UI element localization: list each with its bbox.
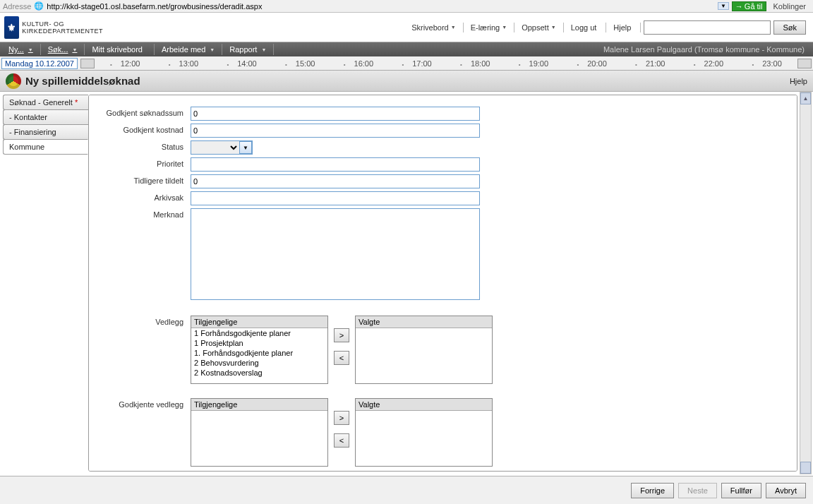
menu-oppsett[interactable]: Oppsett bbox=[517, 22, 560, 33]
move-left-button[interactable]: < bbox=[334, 433, 349, 448]
label-godkjent-soknadssum: Godkjent søknadssum bbox=[106, 107, 191, 117]
timeline-hour: 23:00 bbox=[737, 59, 796, 68]
separator bbox=[463, 23, 464, 32]
timeline-hour: 22:00 bbox=[680, 59, 738, 68]
label-tidligere-tildelt: Tidligere tildelt bbox=[106, 174, 191, 185]
timeline-hour: 19:00 bbox=[505, 59, 563, 68]
list-item[interactable]: 2 Behovsvurdering bbox=[191, 358, 327, 368]
list-item[interactable]: 1 Prosjektplan bbox=[191, 338, 327, 348]
links-label[interactable]: Koblinger bbox=[769, 2, 810, 11]
tab-kontakter[interactable]: - Kontakter bbox=[3, 109, 88, 125]
toolbar-rapport[interactable]: Rapport bbox=[224, 42, 272, 56]
label-status: Status bbox=[106, 140, 191, 151]
main-toolbar: Ny... Søk... Mitt skrivebord Arbeide med… bbox=[0, 42, 813, 56]
list-item[interactable]: 1 Forhåndsgodkjente planer bbox=[191, 328, 327, 338]
listbox-header: Valgte bbox=[356, 399, 492, 411]
go-button[interactable]: → Gå til bbox=[732, 1, 766, 11]
toolbar-ny[interactable]: Ny... bbox=[3, 42, 39, 56]
form-panel: Godkjent søknadssum Godkjent kostnad Sta… bbox=[88, 95, 797, 472]
label-arkivsak: Arkivsak bbox=[106, 191, 191, 202]
timeline-hour: 21:00 bbox=[621, 59, 680, 68]
timeline-hour: 20:00 bbox=[562, 59, 621, 68]
timeline-hour: 14:00 bbox=[212, 59, 271, 68]
list-item[interactable]: 2 Kostnadsoverslag bbox=[191, 368, 327, 378]
timeline-hour: 12:00 bbox=[96, 59, 155, 68]
timeline-date[interactable]: Mandag 10.12.2007 bbox=[1, 58, 78, 69]
cancel-button[interactable]: Avbryt bbox=[766, 483, 806, 498]
scroll-up-icon[interactable]: ▲ bbox=[800, 92, 811, 104]
godkjente-selected-listbox[interactable]: Valgte bbox=[355, 398, 493, 467]
required-marker: * bbox=[75, 98, 78, 107]
page-title-bar: Ny spillemiddelsøknad Hjelp bbox=[0, 71, 813, 92]
timeline-scroll-right[interactable] bbox=[797, 59, 812, 68]
timeline-scroll-left[interactable] bbox=[80, 59, 95, 68]
dropdown-icon[interactable]: ▼ bbox=[718, 2, 729, 10]
browser-address-bar: Adresse 🌐 ▼ → Gå til Koblinger bbox=[0, 0, 813, 13]
page-icon bbox=[6, 73, 21, 89]
address-label: Adresse bbox=[3, 2, 31, 11]
move-right-button[interactable]: > bbox=[334, 328, 349, 342]
tab-kommune[interactable]: Kommune bbox=[3, 139, 88, 155]
side-nav: Søknad - Generelt * - Kontakter - Finans… bbox=[0, 92, 88, 474]
search-button[interactable]: Søk bbox=[773, 20, 806, 35]
label-vedlegg: Vedlegg bbox=[106, 316, 191, 326]
separator bbox=[563, 23, 564, 32]
ie-icon: 🌐 bbox=[34, 1, 44, 11]
logo: ⚜ Kultur- og Kirkedepartementet bbox=[4, 16, 117, 39]
prev-button[interactable]: Forrige bbox=[631, 483, 674, 498]
finish-button[interactable]: Fullfør bbox=[721, 483, 761, 498]
timeline-hour: 15:00 bbox=[271, 59, 330, 68]
listbox-header: Tilgjengelige bbox=[191, 399, 327, 411]
input-godkjent-kostnad[interactable] bbox=[191, 124, 480, 138]
menu-loggut[interactable]: Logg ut bbox=[567, 22, 603, 33]
timeline-hour: 18:00 bbox=[446, 59, 505, 68]
page-help-link[interactable]: Hjelp bbox=[790, 77, 807, 85]
separator bbox=[514, 23, 514, 32]
address-input[interactable] bbox=[47, 1, 555, 11]
move-right-button[interactable]: > bbox=[334, 411, 349, 425]
timeline-ticks: 12:00 13:00 14:00 15:00 16:00 17:00 18:0… bbox=[96, 56, 796, 70]
timeline-hour: 17:00 bbox=[387, 59, 446, 68]
next-button: Neste bbox=[678, 483, 717, 498]
input-prioritet[interactable] bbox=[191, 157, 480, 172]
input-godkjent-soknadssum[interactable] bbox=[191, 107, 480, 121]
site-header: ⚜ Kultur- og Kirkedepartementet Skrivebo… bbox=[0, 13, 813, 42]
timeline-hour: 13:00 bbox=[155, 59, 213, 68]
tab-finansiering[interactable]: - Finansiering bbox=[3, 124, 88, 140]
select-status[interactable] bbox=[191, 141, 239, 154]
listbox-header: Tilgjengelige bbox=[191, 316, 327, 328]
move-left-button[interactable]: < bbox=[334, 351, 349, 365]
scroll-down-icon[interactable] bbox=[800, 462, 811, 474]
separator bbox=[640, 23, 641, 32]
label-godkjent-kostnad: Godkjent kostnad bbox=[106, 124, 191, 134]
toolbar-mittskrivebord[interactable]: Mitt skrivebord bbox=[86, 42, 152, 56]
dept-name: Kultur- og Kirkedepartementet bbox=[22, 20, 117, 35]
current-user: Malene Larsen Paulgaard (Tromsø kommune … bbox=[603, 45, 810, 54]
textarea-merknad[interactable] bbox=[191, 208, 480, 300]
menu-elaering[interactable]: E-læring bbox=[466, 22, 512, 33]
chevron-down-icon[interactable]: ▼ bbox=[239, 141, 252, 154]
godkjente-available-listbox[interactable]: Tilgjengelige bbox=[191, 398, 328, 467]
menu-hjelp[interactable]: Hjelp bbox=[609, 22, 637, 33]
input-tidligere-tildelt[interactable] bbox=[191, 174, 480, 188]
list-item[interactable]: 1. Forhåndsgodkjente planer bbox=[191, 348, 327, 358]
input-arkivsak[interactable] bbox=[191, 191, 480, 205]
label-prioritet: Prioritet bbox=[106, 157, 191, 168]
separator bbox=[606, 23, 606, 32]
label-godkjente-vedlegg: Godkjente vedlegg bbox=[106, 398, 191, 409]
timeline-hour: 16:00 bbox=[330, 59, 388, 68]
label-merknad: Merknad bbox=[106, 208, 191, 219]
wizard-footer: Forrige Neste Fullfør Avbryt bbox=[0, 476, 813, 504]
timeline: Mandag 10.12.2007 12:00 13:00 14:00 15:0… bbox=[0, 56, 813, 71]
menu-skrivebord[interactable]: Skrivebord bbox=[407, 22, 460, 33]
vedlegg-available-listbox[interactable]: Tilgjengelige 1 Forhåndsgodkjente planer… bbox=[191, 316, 328, 384]
tab-soknad-generelt[interactable]: Søknad - Generelt * bbox=[3, 95, 88, 110]
top-menu: Skrivebord E-læring Oppsett Logg ut Hjel… bbox=[117, 20, 809, 35]
vedlegg-selected-listbox[interactable]: Valgte bbox=[355, 316, 493, 384]
search-input[interactable] bbox=[644, 20, 771, 35]
page-title: Ny spillemiddelsøknad bbox=[25, 75, 140, 87]
toolbar-sok[interactable]: Søk... bbox=[42, 42, 83, 56]
crest-icon: ⚜ bbox=[4, 16, 19, 39]
vertical-scrollbar[interactable]: ▲ bbox=[800, 92, 812, 474]
toolbar-arbeidemed[interactable]: Arbeide med bbox=[156, 42, 220, 56]
